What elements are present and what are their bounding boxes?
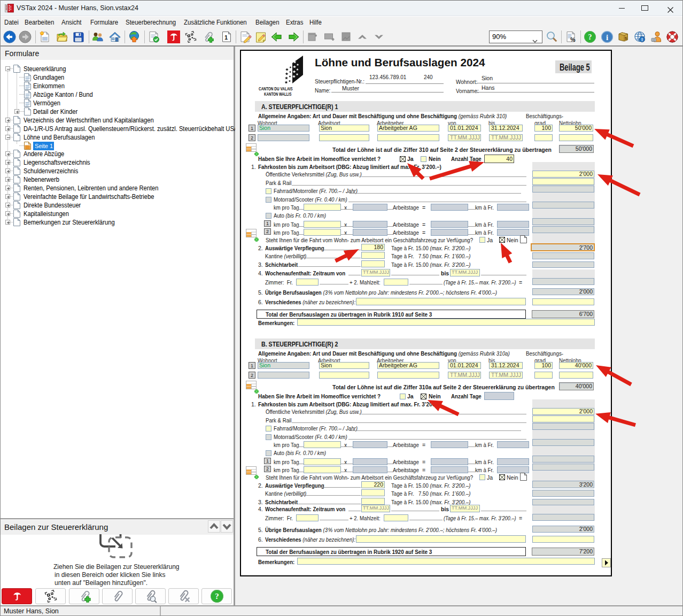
svg-text:?: ? xyxy=(215,591,219,600)
svg-text:1: 1 xyxy=(224,34,228,41)
svg-text:i: i xyxy=(606,33,608,42)
svg-text:?: ? xyxy=(588,33,592,41)
svg-text:!: ! xyxy=(641,37,643,42)
svg-text:%: % xyxy=(570,36,576,43)
